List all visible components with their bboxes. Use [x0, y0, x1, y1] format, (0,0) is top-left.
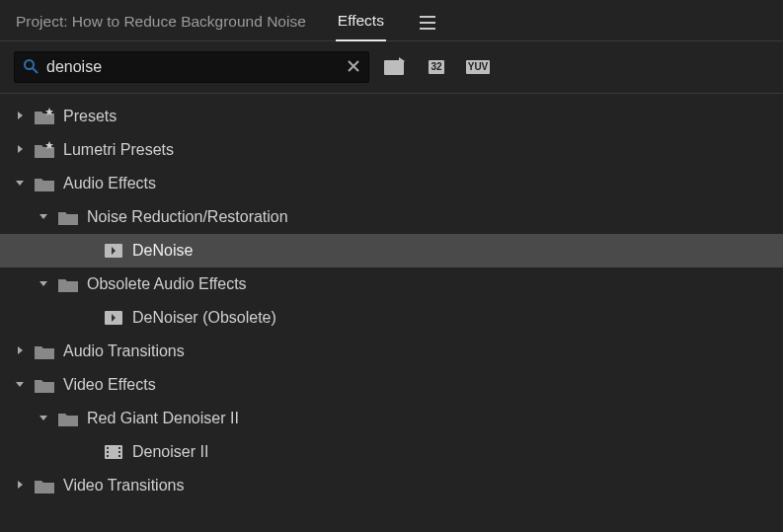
tab-effects[interactable]: Effects: [336, 8, 386, 41]
tree-item-label: Noise Reduction/Restoration: [87, 208, 288, 226]
svg-rect-23: [118, 451, 120, 453]
tree-item-label: Audio Transitions: [63, 342, 185, 360]
audio-fx-icon: [103, 309, 124, 327]
effects-tree[interactable]: PresetsLumetri PresetsAudio EffectsNoise…: [0, 94, 783, 532]
tree-item-label: DeNoise: [132, 242, 193, 260]
effect-folder[interactable]: Video Transitions: [0, 469, 783, 502]
svg-marker-25: [18, 481, 23, 489]
effect-folder[interactable]: Red Giant Denoiser II: [0, 402, 783, 435]
chevron-right-icon[interactable]: [14, 479, 26, 493]
svg-marker-16: [16, 382, 24, 387]
tree-item-label: Video Transitions: [63, 477, 184, 494]
search-input[interactable]: [46, 58, 339, 76]
folder-star-icon: [34, 141, 55, 159]
effect-folder[interactable]: Audio Effects: [0, 167, 783, 200]
effect-folder[interactable]: Video Effects: [0, 368, 783, 402]
chevron-down-icon[interactable]: [38, 277, 49, 291]
effect-folder[interactable]: Noise Reduction/Restoration: [0, 200, 783, 234]
folder-icon: [57, 410, 79, 427]
effect-item[interactable]: Denoiser II: [0, 435, 783, 469]
svg-point-0: [25, 60, 34, 69]
chevron-right-icon[interactable]: [14, 110, 26, 123]
chevron-down-icon[interactable]: [38, 412, 49, 425]
filter-32bit-button[interactable]: 32: [421, 53, 452, 81]
folder-icon: [34, 477, 55, 494]
svg-marker-4: [18, 112, 23, 119]
svg-rect-20: [107, 451, 109, 453]
chevron-down-icon[interactable]: [14, 177, 26, 190]
tree-item-label: Lumetri Presets: [63, 141, 174, 159]
svg-marker-6: [18, 145, 23, 153]
clear-search-icon[interactable]: [347, 59, 360, 76]
panel-menu-icon[interactable]: [420, 16, 435, 33]
tab-bar: Project: How to Reduce Background Noise …: [0, 0, 783, 41]
chevron-right-icon[interactable]: [14, 344, 26, 358]
search-icon: [23, 58, 39, 77]
effect-folder[interactable]: Presets: [0, 100, 783, 133]
svg-line-1: [33, 68, 38, 73]
svg-marker-12: [39, 281, 47, 286]
folder-icon: [34, 376, 55, 394]
tab-project[interactable]: Project: How to Reduce Background Noise: [14, 9, 308, 40]
effects-panel: Project: How to Reduce Background Noise …: [0, 0, 783, 532]
tree-item-label: Video Effects: [63, 376, 156, 394]
svg-rect-22: [118, 447, 120, 449]
effect-folder[interactable]: Audio Transitions: [0, 335, 783, 368]
effect-item[interactable]: DeNoise: [0, 234, 783, 267]
folder-icon: [57, 208, 79, 226]
svg-marker-8: [16, 181, 24, 186]
effect-folder[interactable]: Lumetri Presets: [0, 133, 783, 167]
video-fx-icon: [103, 443, 124, 461]
chevron-right-icon[interactable]: [14, 143, 26, 157]
tree-item-label: Red Giant Denoiser II: [87, 410, 239, 427]
svg-rect-21: [107, 455, 109, 457]
tree-item-label: Audio Effects: [63, 175, 156, 192]
tree-item-label: Presets: [63, 108, 117, 125]
folder-icon: [34, 342, 55, 360]
chevron-down-icon[interactable]: [14, 378, 26, 392]
effect-item[interactable]: DeNoiser (Obsolete): [0, 301, 783, 335]
svg-rect-24: [118, 455, 120, 457]
folder-icon: [57, 275, 79, 293]
tree-item-label: Denoiser II: [132, 443, 208, 461]
folder-icon: [34, 175, 55, 192]
effect-folder[interactable]: Obsolete Audio Effects: [0, 267, 783, 301]
chevron-down-icon[interactable]: [38, 210, 49, 224]
tree-item-label: Obsolete Audio Effects: [87, 275, 247, 293]
tab-effects-label: Effects: [338, 12, 384, 29]
filter-yuv-button[interactable]: YUV: [462, 53, 494, 81]
svg-marker-17: [39, 416, 47, 420]
search-box[interactable]: [14, 51, 369, 83]
tree-item-label: DeNoiser (Obsolete): [132, 309, 276, 327]
toolbar: 32 YUV: [0, 41, 783, 94]
svg-rect-19: [107, 447, 109, 449]
new-bin-button[interactable]: [379, 53, 411, 81]
svg-marker-9: [39, 214, 47, 219]
folder-star-icon: [34, 108, 55, 125]
svg-marker-15: [18, 346, 23, 354]
audio-fx-icon: [103, 242, 124, 260]
